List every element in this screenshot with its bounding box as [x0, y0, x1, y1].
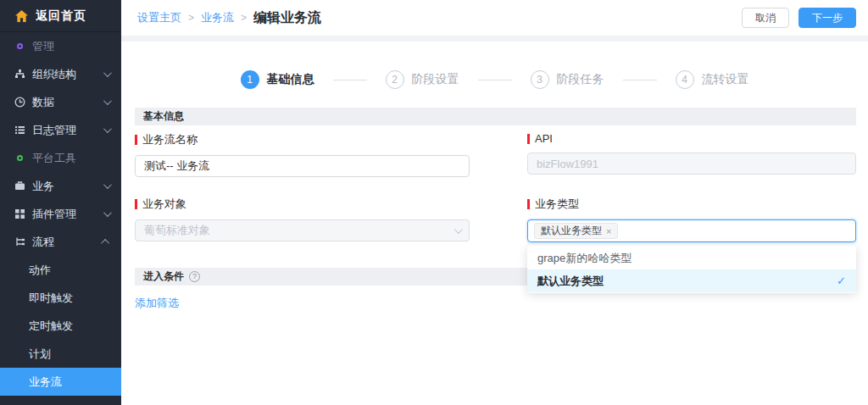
- sidebar-item-data[interactable]: 数据: [0, 88, 121, 116]
- sidebar-subitem-plan[interactable]: 计划: [0, 340, 121, 368]
- add-filter-link[interactable]: 添加筛选: [135, 296, 179, 311]
- page-title: 编辑业务流: [253, 9, 321, 27]
- business-object-label: 业务对象: [135, 197, 470, 212]
- check-icon: ✓: [837, 269, 846, 292]
- chevron-down-icon: [103, 97, 112, 105]
- step-connector: [478, 80, 512, 80]
- breadcrumb-business-flow[interactable]: 业务流: [201, 10, 234, 25]
- clock-icon: [14, 97, 25, 108]
- sidebar-home[interactable]: 返回首页: [0, 0, 121, 32]
- step-number: 1: [241, 70, 259, 89]
- sidebar-item-platform-tools[interactable]: 平台工具: [0, 144, 121, 172]
- step-label: 阶段任务: [557, 72, 604, 87]
- divider: [121, 36, 868, 42]
- step-number: 4: [676, 70, 694, 89]
- topbar-actions: 取消 下一步: [742, 8, 856, 28]
- chevron-down-icon: [103, 180, 112, 189]
- green-dot-icon: [14, 153, 25, 164]
- step-stage-setup: 2 阶段设置: [386, 70, 459, 89]
- step-connector: [333, 80, 367, 80]
- sidebar-subitem-action[interactable]: 动作: [0, 256, 121, 284]
- list-icon: [14, 125, 25, 136]
- next-step-button[interactable]: 下一步: [798, 8, 856, 28]
- sidebar-home-label: 返回首页: [36, 8, 86, 24]
- chevron-down-icon: [103, 69, 112, 77]
- flow-name-label: 业务流名称: [135, 132, 470, 147]
- content-panel: 1 基础信息 2 阶段设置 3 阶段任务 4 流转设置: [121, 42, 868, 405]
- help-icon[interactable]: ?: [189, 271, 200, 282]
- cancel-button[interactable]: 取消: [742, 8, 789, 28]
- step-flow-setup: 4 流转设置: [676, 70, 749, 89]
- sidebar-item-process[interactable]: 流程: [0, 228, 121, 256]
- field-api: API: [527, 132, 856, 177]
- field-business-type: 业务类型 默认业务类型 × grape新的哈哈类型: [527, 197, 856, 242]
- purple-dot-icon: [14, 41, 25, 52]
- business-type-dropdown: grape新的哈哈类型 默认业务类型 ✓: [527, 246, 856, 293]
- briefcase-icon: [14, 180, 25, 191]
- step-number: 3: [531, 70, 549, 89]
- business-object-select: 葡萄标准对象: [135, 219, 470, 241]
- sidebar-item-business[interactable]: 业务: [0, 172, 121, 200]
- required-mark: [135, 135, 137, 145]
- step-label: 阶段设置: [412, 72, 459, 87]
- flow-name-input[interactable]: [135, 155, 470, 177]
- app-window: 返回首页 管理 组织结构 数据 日志管理: [0, 0, 868, 405]
- required-mark: [135, 199, 137, 209]
- breadcrumb-separator: >: [188, 12, 194, 24]
- step-connector: [623, 80, 657, 80]
- topbar: 设置主页 > 业务流 > 编辑业务流 取消 下一步: [121, 0, 868, 36]
- sidebar-item-plugin-management[interactable]: 插件管理: [0, 200, 121, 228]
- sidebar-item-log-management[interactable]: 日志管理: [0, 116, 121, 144]
- chevron-down-icon: [103, 125, 112, 133]
- step-label: 流转设置: [702, 72, 749, 87]
- step-label: 基础信息: [267, 72, 314, 87]
- org-chart-icon: [14, 69, 25, 80]
- api-label: API: [527, 132, 856, 145]
- chevron-down-icon: [454, 225, 463, 234]
- field-business-object: 业务对象 葡萄标准对象: [135, 197, 470, 242]
- breadcrumb-separator: >: [241, 12, 247, 24]
- section-basic-info: 基本信息: [135, 108, 856, 125]
- sidebar: 返回首页 管理 组织结构 数据 日志管理: [0, 0, 121, 405]
- flow-icon: [14, 236, 25, 247]
- required-mark: [527, 134, 530, 144]
- breadcrumb: 设置主页 > 业务流 > 编辑业务流: [137, 9, 321, 27]
- field-flow-name: 业务流名称: [135, 132, 470, 177]
- sidebar-subitem-timed-trigger[interactable]: 定时触发: [0, 312, 121, 340]
- step-basic-info: 1 基础信息: [241, 70, 314, 89]
- sidebar-subitem-business-flow[interactable]: 业务流: [0, 368, 121, 396]
- breadcrumb-settings-home[interactable]: 设置主页: [137, 10, 181, 25]
- sidebar-item-admin[interactable]: 管理: [0, 32, 121, 60]
- stepper: 1 基础信息 2 阶段设置 3 阶段任务 4 流转设置: [121, 70, 868, 89]
- required-mark: [527, 199, 530, 209]
- business-type-select[interactable]: 默认业务类型 ×: [527, 219, 856, 242]
- main-area: 设置主页 > 业务流 > 编辑业务流 取消 下一步 1 基础信息: [121, 0, 868, 405]
- selected-type-tag: 默认业务类型 ×: [534, 223, 618, 239]
- edit-business-flow-form: 基本信息 业务流名称 API: [135, 108, 856, 311]
- home-icon: [15, 10, 28, 22]
- step-number: 2: [386, 70, 404, 89]
- dropdown-option-default[interactable]: 默认业务类型 ✓: [527, 269, 856, 292]
- api-input: [527, 153, 856, 175]
- chevron-down-icon: [103, 208, 112, 217]
- grid-icon: [14, 208, 25, 219]
- business-type-label: 业务类型: [527, 197, 856, 212]
- step-stage-tasks: 3 阶段任务: [531, 70, 604, 89]
- sidebar-item-org-structure[interactable]: 组织结构: [0, 60, 121, 88]
- dropdown-option-grape[interactable]: grape新的哈哈类型: [527, 247, 856, 269]
- sidebar-subitem-instant-trigger[interactable]: 即时触发: [0, 284, 121, 312]
- remove-tag-icon[interactable]: ×: [606, 226, 611, 236]
